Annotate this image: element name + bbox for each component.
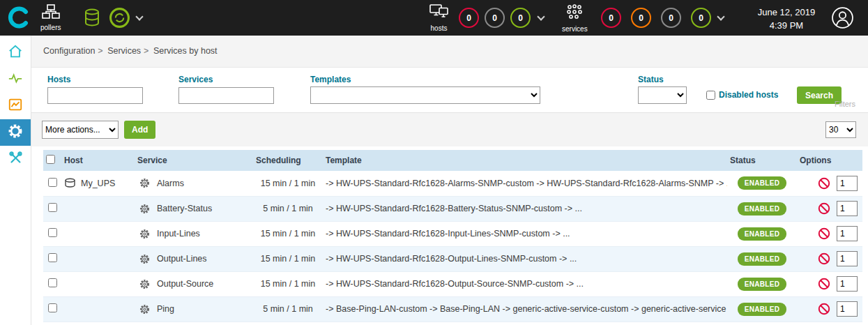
hosts-status-counters: 0 0 0 (459, 8, 536, 28)
host-name[interactable]: My_UPS (81, 179, 115, 188)
disable-service-icon[interactable] (818, 303, 830, 315)
row-checkbox[interactable] (48, 303, 57, 312)
status-filter-select[interactable] (638, 86, 687, 104)
templates-filter-label: Templates (310, 75, 351, 84)
service-gear-icon[interactable] (139, 278, 151, 290)
filter-panel: Hosts Services Templates Status Disabled… (31, 67, 868, 113)
row-order-input[interactable] (837, 176, 858, 191)
hosts-icon (429, 3, 448, 22)
row-order-input[interactable] (837, 201, 858, 216)
services-filter-input[interactable] (178, 87, 274, 104)
status-badge: ENABLED (738, 303, 786, 316)
disable-service-icon[interactable] (818, 202, 830, 215)
status-counter[interactable]: 0 (601, 8, 621, 28)
poller-chevron-down-icon[interactable] (135, 13, 143, 20)
host-icon (64, 178, 76, 188)
service-name[interactable]: Battery-Status (157, 204, 212, 213)
sidebar-item-reporting[interactable] (0, 93, 31, 119)
templates-filter-select[interactable] (310, 86, 540, 104)
sidebar-item-home[interactable] (0, 40, 31, 66)
row-order-input[interactable] (837, 226, 858, 241)
sidebar-item-configuration[interactable] (0, 119, 31, 146)
service-name[interactable]: Input-Lines (157, 229, 200, 239)
status-counter[interactable]: 0 (661, 8, 681, 28)
scheduling-cell: 5 min / 1 min (253, 296, 323, 322)
pollers-menu[interactable]: pollers (40, 4, 61, 31)
row-checkbox[interactable] (48, 278, 57, 287)
row-checkbox[interactable] (48, 203, 57, 212)
status-counter-value: 0 (466, 13, 471, 23)
status-counter-value: 0 (518, 13, 523, 23)
status-counter[interactable]: 0 (691, 8, 711, 28)
row-order-input[interactable] (837, 251, 858, 266)
status-counter[interactable]: 0 (459, 8, 479, 28)
service-gear-icon[interactable] (139, 203, 151, 215)
service-name[interactable]: Output-Source (157, 279, 213, 289)
heartbeat-icon (8, 70, 23, 89)
disabled-hosts-checkbox[interactable] (706, 91, 715, 100)
page-size-select[interactable]: 30 (825, 121, 856, 138)
tools-icon (8, 150, 23, 168)
sidebar (0, 36, 31, 325)
user-profile-icon[interactable] (831, 6, 854, 32)
row-order-input[interactable] (837, 276, 858, 292)
more-actions-select[interactable]: More actions... (42, 121, 119, 139)
template-cell: -> HW-UPS-Standard-Rfc1628-Input-Lines-S… (323, 221, 727, 246)
status-counter[interactable]: 0 (631, 8, 651, 28)
status-badge: ENABLED (738, 202, 786, 216)
database-status-icon[interactable] (84, 8, 100, 30)
status-badge: ENABLED (738, 252, 786, 266)
header-scheduling[interactable]: Scheduling (253, 150, 323, 171)
row-checkbox[interactable] (48, 253, 57, 262)
hosts-label: hosts (431, 24, 448, 32)
sidebar-item-administration[interactable] (0, 146, 31, 172)
row-checkbox[interactable] (48, 178, 57, 187)
status-badge: ENABLED (738, 176, 786, 190)
status-counter-value: 0 (492, 13, 497, 23)
actions-toolbar: More actions... Add 30 (31, 113, 868, 146)
status-counter[interactable]: 0 (485, 8, 505, 28)
table-row: Ping 5 min / 1 min -> Base-Ping-LAN-cust… (43, 296, 862, 322)
service-gear-icon[interactable] (139, 303, 151, 315)
header-service[interactable]: Service (135, 150, 253, 171)
select-all-checkbox[interactable] (46, 155, 55, 164)
row-order-input[interactable] (837, 301, 858, 317)
table-row: Input-Lines 15 min / 1 min -> HW-UPS-Sta… (43, 221, 862, 246)
disable-service-icon[interactable] (818, 278, 830, 290)
disable-service-icon[interactable] (818, 227, 830, 240)
status-counter[interactable]: 0 (510, 8, 531, 28)
table-row: My_UPS Alarms 15 min / 1 min -> HW-UPS-S… (43, 171, 862, 196)
sidebar-item-monitoring[interactable] (0, 66, 31, 93)
service-gear-icon[interactable] (139, 253, 151, 265)
service-name[interactable]: Output-Lines (157, 254, 207, 264)
services-status-counters: 0 0 0 0 (601, 8, 721, 28)
services-table-body: My_UPS Alarms 15 min / 1 min -> HW-UPS-S… (43, 171, 862, 322)
header-status[interactable]: Status (727, 150, 797, 171)
breadcrumb-services[interactable]: Services (107, 46, 141, 56)
scheduling-cell: 15 min / 1 min (253, 171, 323, 196)
disable-service-icon[interactable] (818, 252, 830, 265)
chart-icon (8, 97, 23, 115)
row-checkbox[interactable] (48, 228, 57, 237)
service-gear-icon[interactable] (139, 228, 151, 240)
template-cell: -> Base-Ping-LAN-custom -> Base-Ping-LAN… (323, 296, 727, 322)
disabled-hosts-label: Disabled hosts (719, 90, 778, 100)
header-host[interactable]: Host (61, 150, 135, 171)
service-name[interactable]: Alarms (157, 179, 184, 188)
breadcrumb-configuration[interactable]: Configuration (43, 46, 95, 56)
hosts-filter-input[interactable] (47, 87, 143, 104)
breadcrumb-separator: > (144, 46, 149, 56)
table-header-row: Host Service Scheduling Template Status … (43, 150, 862, 171)
hosts-status-menu[interactable]: hosts (429, 3, 448, 32)
hosts-chevron-down-icon[interactable] (537, 13, 545, 20)
add-button[interactable]: Add (124, 121, 155, 139)
service-gear-icon[interactable] (139, 177, 151, 189)
centreon-logo-icon[interactable] (7, 6, 31, 32)
poller-state-icon[interactable] (109, 7, 130, 31)
disable-service-icon[interactable] (818, 177, 830, 190)
scheduling-cell: 15 min / 1 min (253, 246, 323, 271)
clock-time: 4:39 PM (752, 20, 821, 33)
services-status-menu[interactable]: services (562, 3, 588, 33)
service-name[interactable]: Ping (157, 304, 174, 314)
header-template[interactable]: Template (323, 150, 727, 171)
